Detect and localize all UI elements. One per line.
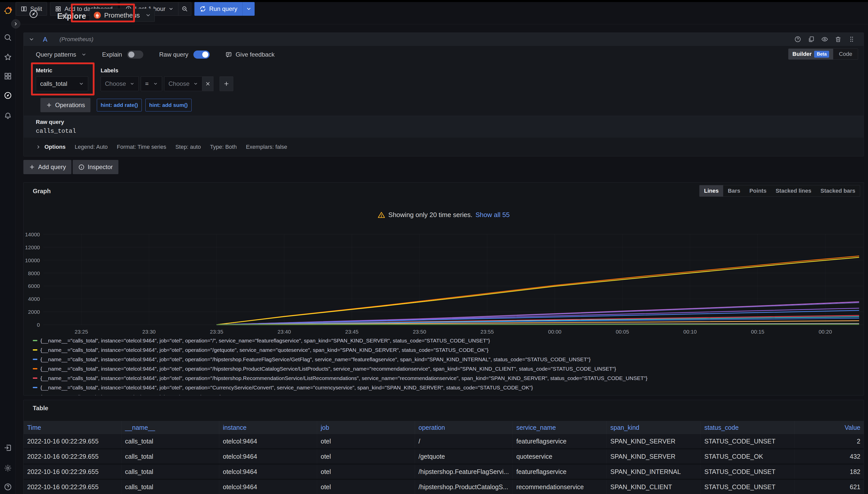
legend-item[interactable]: {__name__="calls_total", instance="otelc… [33,392,856,396]
table-cell: 2022-10-16 00:22:29.655 [24,480,122,494]
raw-query-toggle[interactable] [193,51,210,59]
bell-icon[interactable] [4,112,12,120]
table-cell: otelcol:9464 [219,434,317,448]
chevron-down-icon [193,81,198,86]
help-circle-icon[interactable] [4,483,12,491]
datasource-name: Prometheus [104,12,140,19]
graph-mode-button-stacked-lines[interactable]: Stacked lines [771,185,816,196]
legend-item[interactable]: {__name__="calls_total", instance="otelc… [33,336,856,345]
table-cell: 182 [795,464,864,479]
tab-code[interactable]: Code [833,51,858,57]
table-header-cell-service_name[interactable]: service_name [513,421,607,434]
chevron-down-icon[interactable] [81,52,86,57]
add-label-button[interactable] [219,76,233,91]
sidebar [0,2,16,494]
table-cell: STATUS_CODE_UNSET [701,480,795,494]
options-toggle[interactable]: Options [36,144,66,150]
y-axis-tick-label: 4000 [28,296,40,302]
label-key-select[interactable]: Choose [101,76,139,91]
raw-query-preview: Raw query calls_total [24,116,864,138]
trash-icon[interactable] [835,36,842,43]
table-header-cell-job[interactable]: job [317,421,415,434]
graph-mode-button-bars[interactable]: Bars [723,185,745,196]
eye-icon[interactable] [821,36,828,43]
star-icon[interactable] [4,53,12,61]
metric-select[interactable]: calls_total [36,76,88,91]
inspector-button[interactable]: Inspector [73,160,119,174]
datasource-picker[interactable]: Prometheus [90,8,155,22]
legend-label: {__name__="calls_total", instance="otelc… [40,385,533,391]
sidebar-expand-button[interactable] [11,19,20,28]
query-patterns-button[interactable]: Query patterns [36,51,76,58]
option-summary-item: Step: auto [175,144,201,150]
table-header-cell-time[interactable]: Time [24,421,122,434]
gear-icon[interactable] [4,464,12,472]
results-table: Time__name__instancejoboperationservice_… [24,421,864,494]
query-hint-button[interactable]: hint: add sum() [145,99,192,111]
legend-item[interactable]: {__name__="calls_total", instance="otelc… [33,345,856,355]
legend-item[interactable]: {__name__="calls_total", instance="otelc… [33,374,856,383]
timeseries-chart: 0200040006000800010000120001400023:2523:… [24,227,864,337]
table-header-cell-value[interactable]: Value [795,421,864,434]
chevron-down-icon[interactable] [29,37,34,42]
tab-builder[interactable]: Builder Beta [789,49,833,59]
x-axis-tick-label: 23:40 [277,329,291,335]
explain-toggle[interactable] [127,51,143,59]
graph-mode-button-stacked-bars[interactable]: Stacked bars [816,185,860,196]
dashboards-icon[interactable] [4,72,12,80]
table-header-cell-span_kind[interactable]: span_kind [607,421,701,434]
zoom-out-time-button[interactable] [178,2,191,16]
grip-icon[interactable] [848,36,855,43]
label-value-select[interactable]: Choose [164,76,202,91]
search-icon[interactable] [4,34,12,42]
table-cell: /hipstershop.FeatureFlagServi... [415,464,513,479]
help-circle-icon[interactable] [794,36,801,43]
grafana-explore-page: Explore Prometheus Split Add to dashboar… [0,0,868,494]
share-icon[interactable] [61,12,68,19]
give-feedback-link[interactable]: Give feedback [236,51,274,58]
grafana-logo-icon[interactable] [2,5,14,16]
run-query-button[interactable]: Run query [194,2,255,16]
graph-legend: {__name__="calls_total", instance="otelc… [33,336,856,396]
legend-item[interactable]: {__name__="calls_total", instance="otelc… [33,383,856,392]
label-operator-select[interactable]: = [141,76,162,91]
query-hint-button[interactable]: hint: add rate() [97,99,142,111]
remove-label-button[interactable] [202,76,214,91]
table-header-cell-status_code[interactable]: status_code [701,421,795,434]
copy-icon[interactable] [808,36,815,43]
legend-item[interactable]: {__name__="calls_total", instance="otelc… [33,355,856,364]
legend-item[interactable]: {__name__="calls_total", instance="otelc… [33,364,856,374]
table-header-cell-__name__[interactable]: __name__ [122,421,219,434]
legend-label: {__name__="calls_total", instance="otelc… [40,394,221,396]
legend-swatch [33,378,37,379]
graph-mode-buttons: LinesBarsPointsStacked linesStacked bars [699,185,860,197]
graph-mode-button-points[interactable]: Points [745,185,771,196]
table-header-cell-instance[interactable]: instance [219,421,317,434]
apps-icon [55,5,61,12]
legend-label: {__name__="calls_total", instance="otelc… [40,375,648,381]
table-cell: otelcol:9464 [219,449,317,463]
table-cell: 2022-10-16 00:22:29.655 [24,449,122,463]
legend-swatch [33,359,37,360]
operations-button[interactable]: Operations [40,98,90,112]
table-cell: calls_total [122,449,219,463]
table-cell: SPAN_KIND_SERVER [607,434,701,448]
run-query-dropdown[interactable] [242,2,255,16]
options-summary: Legend: AutoFormat: Time seriesStep: aut… [75,144,287,150]
explore-compass-icon[interactable] [4,91,12,99]
table-header-cell-operation[interactable]: operation [415,421,513,434]
sync-icon [199,5,206,12]
legend-swatch [33,340,37,341]
x-axis-tick-label: 23:50 [413,329,427,335]
legend-label: {__name__="calls_total", instance="otelc… [40,347,488,353]
add-query-button[interactable]: Add query [23,160,71,174]
chevron-down-icon [153,81,158,86]
query-row-header[interactable]: A (Prometheus) [24,33,864,46]
table-cell: / [415,434,513,448]
show-all-link[interactable]: Show all 55 [475,211,509,219]
option-summary-item: Format: Time series [117,144,166,150]
prometheus-logo-icon [93,12,101,19]
sign-in-icon[interactable] [4,444,12,452]
table-panel-title: Table [33,405,48,412]
graph-mode-button-lines[interactable]: Lines [700,185,723,196]
